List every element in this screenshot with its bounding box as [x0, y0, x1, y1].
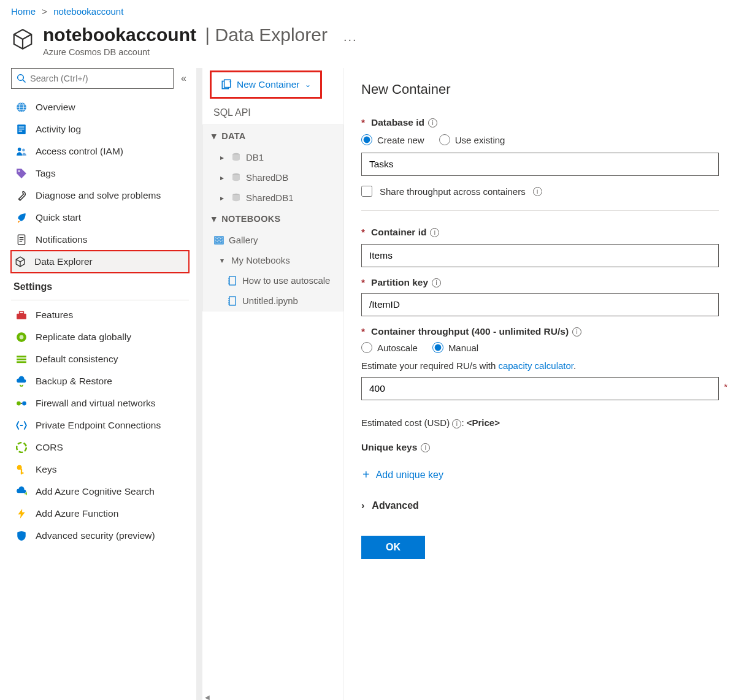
radio-manual[interactable]: Manual	[432, 342, 478, 353]
collapse-sidebar-icon[interactable]: «	[178, 70, 189, 86]
radio-autoscale[interactable]: Autoscale	[361, 342, 418, 353]
tree-db-item[interactable]: ▸SharedDB1	[203, 188, 343, 208]
scroll-left-icon[interactable]: ◀	[202, 693, 343, 700]
tree-db-item[interactable]: ▸SharedDB	[203, 167, 343, 188]
radio-create-input[interactable]	[361, 134, 372, 145]
radio-use-existing[interactable]: Use existing	[439, 134, 505, 145]
scroll-up-icon[interactable]: ▲	[196, 68, 202, 75]
sidebar-item-label: Features	[36, 310, 73, 321]
scrollbar-track	[196, 68, 202, 700]
cost-label: Estimated cost (USD)	[361, 417, 450, 428]
toolbox-icon	[16, 310, 27, 321]
panel-title: New Container	[361, 82, 719, 97]
svg-point-19	[17, 443, 26, 452]
sidebar-item-data-explorer[interactable]: Data Explorer	[11, 251, 189, 273]
sidebar-item-overview[interactable]: Overview	[11, 96, 189, 118]
tree-header-notebooks[interactable]: ▾ NOTEBOOKS	[203, 208, 343, 230]
tree-my-notebooks[interactable]: ▾My Notebooks	[203, 250, 343, 270]
account-name: notebookaccount	[43, 25, 196, 45]
api-label: SQL API	[202, 101, 343, 124]
sidebar-item-tags[interactable]: Tags	[11, 162, 189, 185]
share-throughput-checkbox[interactable]	[361, 186, 372, 197]
svg-rect-16	[17, 361, 26, 363]
estimate-helper: Estimate your required RU/s with capacit…	[361, 360, 719, 371]
tree-header-data[interactable]: ▾ DATA	[203, 125, 343, 147]
sidebar-item-label: Data Explorer	[34, 256, 93, 267]
radio-autoscale-input[interactable]	[361, 342, 372, 353]
svg-point-6	[18, 148, 21, 151]
sidebar-item-keys[interactable]: Keys	[11, 458, 189, 481]
advanced-toggle[interactable]: › Advanced	[361, 496, 719, 536]
info-icon[interactable]: i	[421, 443, 430, 452]
sidebar-item-iam[interactable]: Access control (IAM)	[11, 140, 189, 162]
info-icon[interactable]: i	[533, 187, 542, 196]
ru-input[interactable]	[361, 377, 719, 400]
sidebar-item-label: CORS	[36, 442, 63, 453]
breadcrumb-home[interactable]: Home	[11, 6, 36, 17]
caret-down-icon: ▾	[212, 214, 217, 224]
caret-right-icon: ▸	[220, 173, 226, 182]
partition-key-input[interactable]	[361, 293, 719, 316]
estimated-cost: Estimated cost (USD) i: <Price>	[361, 417, 719, 428]
sidebar-item-azure-function[interactable]: Add Azure Function	[11, 503, 189, 525]
container-id-input[interactable]	[361, 244, 719, 267]
tree-notebook-item[interactable]: Untitled.ipynb	[203, 291, 343, 311]
tree-db-item[interactable]: ▸DB1	[203, 147, 343, 167]
info-icon[interactable]: i	[430, 228, 439, 237]
sidebar-item-label: Firewall and virtual networks	[36, 398, 156, 409]
sidebar-item-advanced-security[interactable]: Advanced security (preview)	[11, 525, 189, 547]
search-input[interactable]	[30, 74, 168, 83]
radio-create-new[interactable]: Create new	[361, 134, 424, 145]
capacity-calculator-link[interactable]: capacity calculator	[498, 360, 573, 371]
helper-prefix: Estimate your required RU/s with	[361, 360, 498, 371]
db-id-input[interactable]	[361, 153, 719, 176]
sidebar-item-backup[interactable]: Backup & Restore	[11, 370, 189, 392]
database-icon	[231, 193, 241, 203]
divider	[361, 210, 719, 211]
ok-button[interactable]: OK	[361, 536, 425, 559]
tree-notebook-item[interactable]: How to use autoscale	[203, 270, 343, 291]
page-subtitle: Azure Cosmos DB account	[43, 47, 328, 57]
wrench-icon	[16, 190, 27, 201]
radio-label: Use existing	[455, 135, 505, 145]
sidebar-item-cognitive-search[interactable]: +Add Azure Cognitive Search	[11, 481, 189, 503]
svg-rect-5	[19, 131, 23, 131]
consistency-icon	[16, 354, 27, 365]
db-id-label: Database id	[371, 117, 424, 128]
sidebar-item-cors[interactable]: CORS	[11, 436, 189, 458]
info-icon[interactable]: i	[452, 419, 461, 428]
tree-gallery-item[interactable]: Gallery	[203, 230, 343, 250]
sidebar-item-quickstart[interactable]: Quick start	[11, 207, 189, 229]
sidebar-item-label: Add Azure Cognitive Search	[36, 486, 155, 497]
sidebar-item-consistency[interactable]: Default consistency	[11, 348, 189, 370]
svg-rect-3	[19, 127, 25, 127]
sidebar-item-diagnose[interactable]: Diagnose and solve problems	[11, 185, 189, 207]
sidebar-item-private-endpoint[interactable]: Private Endpoint Connections	[11, 414, 189, 436]
info-icon[interactable]: i	[432, 278, 441, 287]
info-icon[interactable]: i	[428, 118, 437, 127]
sidebar-item-label: Advanced security (preview)	[36, 530, 155, 541]
radio-manual-input[interactable]	[432, 342, 443, 353]
new-container-button[interactable]: + New Container ⌄	[210, 70, 322, 99]
sidebar-item-label: Backup & Restore	[36, 376, 112, 387]
sidebar-item-replicate[interactable]: Replicate data globally	[11, 326, 189, 348]
sidebar-item-notifications[interactable]: Notifications	[11, 229, 189, 251]
tree-item-label: How to use autoscale	[242, 275, 330, 286]
scrollbar-thumb[interactable]	[196, 74, 202, 393]
svg-rect-34	[220, 241, 222, 243]
cloud-search-icon: +	[16, 486, 27, 497]
explorer-tree: ▲ + New Container ⌄ SQL API ▾ DATA ▸DB1 …	[196, 68, 343, 700]
sidebar-item-firewall[interactable]: Firewall and virtual networks	[11, 392, 189, 414]
notebook-icon	[228, 296, 237, 306]
search-input-container[interactable]	[11, 68, 174, 89]
breadcrumb-current[interactable]: notebookaccount	[53, 6, 123, 17]
advanced-label: Advanced	[372, 500, 418, 511]
sidebar-item-label: Diagnose and solve problems	[36, 190, 161, 201]
add-unique-key-button[interactable]: + Add unique key	[361, 459, 719, 496]
info-icon[interactable]: i	[572, 327, 581, 337]
sidebar-item-activity-log[interactable]: Activity log	[11, 118, 189, 140]
new-container-panel: New Container *Database idi Create new U…	[343, 68, 736, 700]
more-icon[interactable]: ···	[343, 24, 358, 47]
sidebar-item-features[interactable]: Features	[11, 304, 189, 326]
radio-existing-input[interactable]	[439, 134, 450, 145]
